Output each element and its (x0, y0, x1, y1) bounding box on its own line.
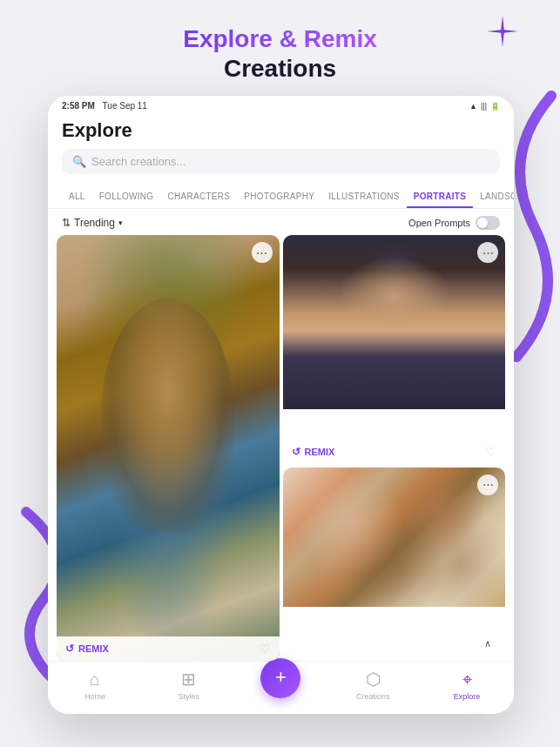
gallery-item-creature[interactable]: ⋯ ↺ REMIX ♡ (57, 235, 280, 661)
home-icon: ⌂ (90, 670, 100, 690)
styles-icon: ⊞ (181, 669, 196, 690)
nav-item-creations[interactable]: ⬡ Creations (351, 669, 395, 701)
add-button[interactable]: + (260, 658, 300, 698)
flowers-menu-button[interactable]: ⋯ (477, 474, 498, 495)
signal-icon: ||| (481, 102, 487, 111)
portrait-remix-button[interactable]: ↺ REMIX (292, 446, 335, 458)
remix-icon-2: ↺ (292, 446, 300, 458)
bottom-nav: ⌂ Home ⊞ Styles + ⬡ Creations ⌖ Explore (48, 661, 514, 711)
cat-tab-characters[interactable]: CHARACTERS (160, 186, 237, 208)
open-prompts-toggle[interactable]: Open Prompts (408, 216, 500, 230)
creature-menu-button[interactable]: ⋯ (252, 242, 273, 263)
explore-header: Explore 🔍 Search creations... (48, 112, 514, 186)
sort-bar: ⇅ Trending ▾ Open Prompts (48, 209, 514, 235)
toggle-knob (477, 218, 488, 228)
plus-icon: + (275, 668, 287, 687)
sort-label: Trending (74, 217, 115, 229)
search-icon: 🔍 (72, 155, 86, 168)
portrait-menu-button[interactable]: ⋯ (477, 242, 498, 263)
remix-icon: ↺ (65, 643, 74, 655)
cat-tab-following[interactable]: FOLLOWING (92, 186, 161, 208)
search-bar[interactable]: 🔍 Search creations... (62, 149, 500, 174)
open-prompts-label: Open Prompts (408, 218, 470, 228)
gallery-item-portrait[interactable]: ⋯ ↺ REMIX ♡ (283, 235, 506, 464)
nav-item-home[interactable]: ⌂ Home (73, 670, 117, 701)
header-line1: Explore & Remix (183, 25, 377, 52)
nav-label-home: Home (84, 692, 105, 701)
creature-remix-button[interactable]: ↺ REMIX (65, 643, 109, 655)
gallery-item-flowers[interactable]: ⋯ ∧ (283, 468, 506, 662)
cat-tab-all[interactable]: ALL (62, 186, 92, 208)
cat-tab-photography[interactable]: PHOTOGRAPHY (237, 186, 321, 208)
status-icons: ▲ ||| 🔋 (469, 102, 500, 111)
app-content: Explore 🔍 Search creations... ALL FOLLOW… (48, 112, 514, 711)
nav-label-creations: Creations (356, 692, 390, 701)
portrait-remix-bar: ↺ REMIX ♡ (283, 440, 506, 464)
cat-tab-illustrations[interactable]: ILLUSTRATIONS (321, 186, 407, 208)
header-line2: Creations (0, 54, 560, 84)
device-frame: 2:58 PM Tue Sep 11 ▲ ||| 🔋 Explore 🔍 Sea… (48, 96, 514, 714)
portrait-image (283, 235, 506, 409)
cat-tab-landscapes[interactable]: LANDSCAPES (473, 186, 514, 208)
creature-heart-button[interactable]: ♡ (260, 642, 271, 656)
category-tabs: ALL FOLLOWING CHARACTERS PHOTOGRAPHY ILL… (48, 186, 514, 209)
status-time: 2:58 PM Tue Sep 11 (62, 101, 147, 111)
search-placeholder: Search creations... (91, 155, 186, 168)
explore-icon: ⌖ (462, 670, 472, 690)
chevron-down-icon: ▾ (118, 219, 123, 227)
cat-tab-portraits[interactable]: PORTRAITS (407, 186, 473, 208)
gallery: ⋯ ↺ REMIX ♡ ⋯ ↺ REMIX (48, 235, 514, 661)
nav-item-explore[interactable]: ⌖ Explore (445, 670, 489, 701)
creations-icon: ⬡ (366, 669, 381, 690)
battery-icon: 🔋 (490, 102, 500, 111)
nav-label-styles: Styles (178, 692, 199, 701)
sort-button[interactable]: ⇅ Trending ▾ (62, 217, 123, 229)
wifi-icon: ▲ (469, 102, 477, 111)
scroll-up-button[interactable]: ∧ (477, 633, 498, 654)
toggle-switch[interactable] (476, 216, 500, 230)
sort-icon: ⇅ (62, 217, 71, 229)
explore-title: Explore (62, 119, 500, 142)
nav-item-styles[interactable]: ⊞ Styles (167, 669, 211, 701)
page-header: Explore & Remix Creations (0, 0, 560, 97)
remix-label-2: REMIX (305, 447, 335, 457)
portrait-heart-button[interactable]: ♡ (485, 445, 496, 459)
flowers-image (283, 468, 506, 607)
remix-label: REMIX (78, 643, 109, 654)
status-bar: 2:58 PM Tue Sep 11 ▲ ||| 🔋 (48, 96, 514, 112)
nav-label-explore: Explore (454, 692, 481, 701)
creature-image (57, 235, 280, 661)
creature-remix-bar: ↺ REMIX ♡ (57, 636, 280, 661)
